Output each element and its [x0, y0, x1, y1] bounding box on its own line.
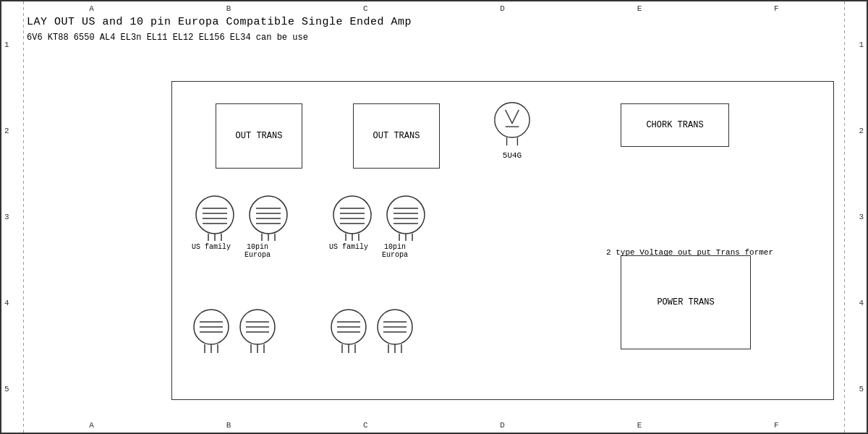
voltage-text: 2 type Voltage out put Trans former: [606, 248, 773, 257]
chork-trans-label: CHORK TRANS: [646, 120, 703, 130]
tube-5u4g: 5U4G: [483, 100, 541, 172]
col-b-bottom: B: [226, 421, 231, 430]
col-f-top: F: [774, 4, 779, 13]
power-trans-label: POWER TRANS: [657, 297, 714, 307]
out-trans-1-label: OUT TRANS: [236, 131, 283, 141]
chork-trans: CHORK TRANS: [621, 103, 729, 147]
col-a-top: A: [89, 4, 94, 13]
svg-point-20: [333, 196, 371, 234]
tube-group-row2-right: [328, 306, 416, 353]
col-f-bottom: F: [774, 421, 779, 430]
col-c-bottom: C: [363, 421, 368, 430]
col-d-top: D: [500, 4, 505, 13]
col-c-top: C: [363, 4, 368, 13]
side-numbers-left: 1 2 3 4 5: [4, 1, 9, 433]
10pin-europa-label-2: 10pin Europa: [374, 243, 416, 259]
main-content: LAY OUT US and 10 pin Europa Compatible …: [27, 16, 841, 418]
col-e-bottom: E: [637, 421, 642, 430]
col-a-bottom: A: [89, 421, 94, 430]
page: A B C D E F A B C D E F 1 2 3 4 5 1 2 3 …: [0, 0, 868, 434]
tube-10pin-europa-1: [244, 194, 293, 241]
power-trans: POWER TRANS: [621, 255, 751, 349]
grid-labels-bottom: A B C D E F: [1, 421, 867, 430]
col-d-bottom: D: [500, 421, 505, 430]
tube-us-family-1: [190, 194, 239, 241]
col-b-top: B: [226, 4, 231, 13]
page-title: LAY OUT US and 10 pin Europa Compatible …: [27, 16, 841, 28]
svg-point-4: [196, 196, 234, 234]
us-family-label-1: US family: [190, 243, 232, 259]
10pin-europa-label-1: 10pin Europa: [237, 243, 278, 259]
out-trans-2-label: OUT TRANS: [373, 131, 420, 141]
tube-group-row1-left: US family 10pin Europa: [190, 194, 293, 241]
tube-group-row2-left: [190, 306, 278, 353]
svg-point-28: [387, 196, 425, 234]
grid-line-left: [23, 1, 24, 433]
schematic-box: OUT TRANS OUT TRANS CHORK TRANS POWER TR…: [171, 81, 834, 400]
page-subtitle: 6V6 KT88 6550 AL4 EL3n EL11 EL12 EL156 E…: [27, 33, 841, 43]
col-e-top: E: [637, 4, 642, 13]
tube-5u4g-label: 5U4G: [503, 151, 522, 160]
out-trans-2: OUT TRANS: [353, 103, 440, 169]
us-family-label-2: US family: [328, 243, 370, 259]
grid-labels-top: A B C D E F: [1, 4, 867, 13]
svg-point-0: [495, 103, 529, 137]
tube-group-row1-right: US family 10pin Europa: [328, 194, 430, 241]
svg-point-12: [250, 196, 287, 234]
grid-line-right: [844, 1, 845, 433]
tube-10pin-europa-2: [381, 194, 430, 241]
out-trans-1: OUT TRANS: [216, 103, 302, 169]
tube-5u4g-symbol: [490, 100, 534, 147]
side-numbers-right: 1 2 3 4 5: [859, 1, 864, 433]
tube-us-family-2: [328, 194, 377, 241]
